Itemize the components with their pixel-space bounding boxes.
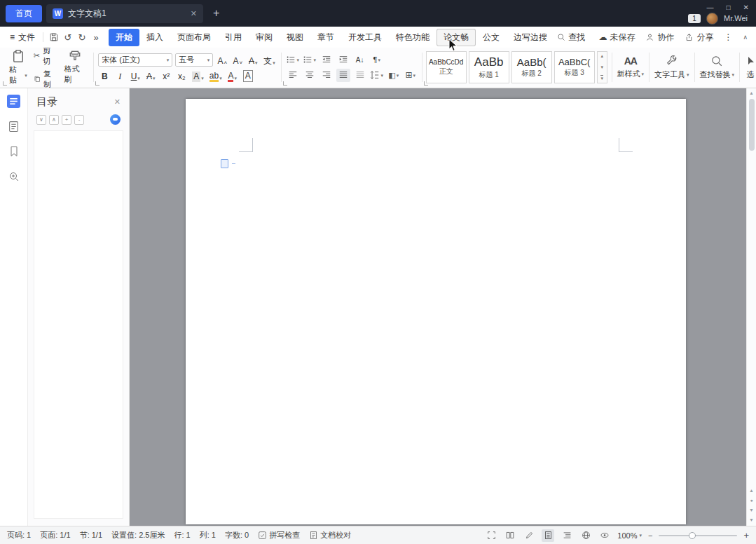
gallery-up-icon[interactable]: ▴	[600, 53, 603, 59]
gallery-down-icon[interactable]: ▾	[600, 64, 603, 70]
zoom-level[interactable]: 100% ▾	[617, 531, 642, 540]
vertical-scrollbar[interactable]: ▲ ▲ ● ▼ ▼	[746, 88, 756, 526]
shading-button[interactable]: ◧ ▾	[387, 69, 401, 82]
more-menu-icon[interactable]: ⋮	[724, 32, 732, 42]
superscript-button[interactable]: x²	[160, 69, 172, 82]
tab-review[interactable]: 审阅	[249, 29, 280, 46]
bullet-list-button[interactable]: ▾	[286, 53, 300, 67]
notification-badge[interactable]: 1	[688, 14, 701, 23]
align-center-button[interactable]	[303, 69, 317, 82]
minimize-button[interactable]: —	[707, 4, 714, 11]
tab-search-while-writing[interactable]: 边写边搜	[507, 29, 554, 46]
find-replace-button[interactable]: 查找替换▾	[695, 49, 740, 86]
print-layout-button[interactable]	[542, 529, 554, 542]
undo-button[interactable]: ↺	[61, 30, 75, 44]
user-avatar[interactable]	[706, 13, 718, 25]
font-color-button[interactable]: A▾	[226, 69, 239, 82]
status-section[interactable]: 节: 1/1	[80, 530, 102, 540]
line-spacing-button[interactable]: ▾	[370, 69, 384, 82]
italic-button[interactable]: I	[114, 69, 126, 82]
cut-button[interactable]: ✂ 剪切	[34, 48, 58, 67]
format-painter-button[interactable]: 格式刷	[60, 49, 89, 86]
clear-format-button[interactable]: A▾	[247, 53, 259, 67]
status-margin-setting[interactable]: 设置值: 2.5厘米	[111, 530, 165, 540]
sort-button[interactable]: A↓	[353, 53, 367, 67]
smart-marker[interactable]	[221, 159, 235, 168]
ink-mode-button[interactable]	[523, 529, 535, 542]
borders-button[interactable]: ⊞ ▾	[404, 69, 418, 82]
scrollbar-thumb[interactable]	[749, 99, 755, 151]
redo-button[interactable]: ↻	[75, 30, 89, 44]
tab-references[interactable]: 引用	[218, 29, 249, 46]
tab-special-features[interactable]: 特色功能	[389, 29, 437, 46]
new-tab-button[interactable]: +	[213, 7, 219, 20]
ai-assistant-toggle[interactable]	[110, 114, 121, 125]
style-heading1[interactable]: AaBb 标题 1	[469, 51, 509, 83]
collapse-all-button[interactable]: ∧	[49, 115, 59, 125]
tab-home[interactable]: 开始	[109, 29, 139, 46]
new-style-button[interactable]: AA 新样式▾	[612, 49, 650, 86]
dialog-launcher-icon[interactable]	[3, 81, 7, 86]
decrease-indent-button[interactable]	[319, 53, 334, 67]
increase-font-button[interactable]: A˄	[216, 53, 228, 67]
close-document-icon[interactable]: ✕	[191, 9, 197, 18]
tab-view[interactable]: 视图	[280, 29, 310, 46]
close-panel-icon[interactable]: ✕	[114, 97, 121, 107]
fullscreen-view-button[interactable]	[485, 529, 497, 542]
tab-official-doc[interactable]: 公文	[476, 29, 507, 46]
zoom-in-button[interactable]: +	[743, 530, 749, 540]
collapse-ribbon-icon[interactable]: ∧	[743, 34, 748, 41]
bookmarks-panel-toggle[interactable]	[7, 144, 21, 158]
style-heading3[interactable]: AaBbC( 标题 3	[554, 51, 595, 83]
promote-button[interactable]: +	[62, 115, 71, 125]
home-tab[interactable]: 首页	[6, 5, 42, 22]
tab-section[interactable]: 章节	[310, 29, 341, 46]
paste-button[interactable]: 粘贴▾	[6, 48, 31, 86]
save-button[interactable]	[47, 30, 61, 44]
eye-protect-button[interactable]	[598, 529, 611, 542]
strikethrough-button[interactable]: A▾	[144, 69, 157, 82]
expand-all-button[interactable]: ∨	[36, 115, 46, 125]
quickbar-overflow-button[interactable]: »	[89, 30, 103, 44]
share-button[interactable]: 分享	[685, 32, 713, 43]
pinyin-guide-button[interactable]: 支▾	[262, 53, 277, 67]
tab-page-layout[interactable]: 页面布局	[170, 29, 218, 46]
decrease-font-button[interactable]: A˅	[231, 53, 244, 67]
collaborate-button[interactable]: 协作	[645, 32, 674, 43]
document-page[interactable]	[186, 99, 686, 524]
select-button[interactable]: 选	[740, 49, 756, 86]
document-tab[interactable]: W 文字文稿1 ✕	[46, 4, 203, 23]
next-page-icon[interactable]: ▼	[749, 508, 754, 512]
increase-indent-button[interactable]	[336, 53, 350, 67]
status-page-count[interactable]: 页面: 1/1	[40, 530, 70, 540]
close-window-button[interactable]: ✕	[743, 4, 749, 11]
status-word-count[interactable]: 字数: 0	[225, 530, 249, 540]
web-layout-button[interactable]	[579, 529, 592, 542]
zoom-slider[interactable]	[659, 535, 737, 536]
outline-panel-toggle[interactable]	[7, 94, 21, 108]
align-right-button[interactable]	[319, 69, 334, 82]
outline-view-button[interactable]	[561, 529, 573, 542]
gallery-more-icon[interactable]: ▾	[600, 75, 603, 81]
dialog-launcher-icon[interactable]	[424, 81, 428, 86]
tab-developer[interactable]: 开发工具	[341, 29, 389, 46]
copy-button[interactable]: 复制	[34, 69, 58, 89]
browse-object-icon[interactable]: ●	[750, 498, 752, 503]
username[interactable]: Mr.Wei	[724, 14, 748, 22]
status-page-number[interactable]: 页码: 1	[7, 530, 31, 540]
numbered-list-button[interactable]: ▾	[303, 53, 317, 67]
subscript-button[interactable]: x₂	[175, 69, 188, 82]
spell-check-button[interactable]: 拼写检查	[258, 530, 300, 540]
style-normal[interactable]: AaBbCcDd 正文	[426, 51, 467, 83]
underline-button[interactable]: U▾	[129, 69, 142, 82]
save-status[interactable]: ☁ 未保存	[598, 32, 635, 43]
zoom-search-toggle[interactable]	[7, 170, 21, 184]
comments-panel-toggle[interactable]	[7, 119, 21, 133]
proofread-button[interactable]: 文档校对	[309, 530, 351, 540]
show-marks-button[interactable]: ¶ ▾	[370, 53, 384, 67]
scroll-down-icon[interactable]: ▼	[749, 517, 754, 522]
dialog-launcher-icon[interactable]	[283, 81, 287, 86]
zoom-slider-thumb[interactable]	[689, 532, 696, 539]
read-mode-button[interactable]	[504, 529, 516, 542]
text-tools-button[interactable]: 文字工具▾	[650, 49, 694, 86]
